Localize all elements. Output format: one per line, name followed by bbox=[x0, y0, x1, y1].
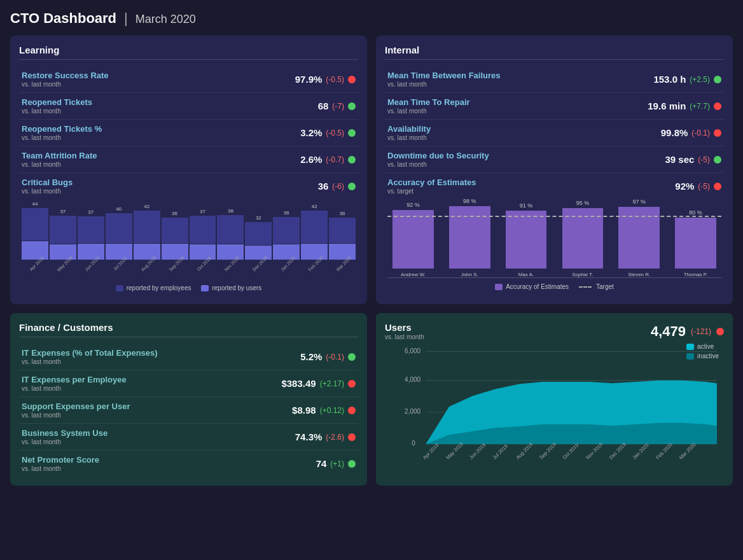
bar-usr bbox=[106, 244, 132, 260]
finance-title: Finance / Customers bbox=[19, 322, 358, 337]
bar-group: 36 Jan 2020 bbox=[273, 210, 300, 267]
internal-metric-row: Accuracy of Estimates vs. target 92% (-5… bbox=[385, 173, 724, 199]
legend-usr: reported by users bbox=[201, 284, 261, 291]
metric-dot bbox=[714, 102, 721, 110]
finance-metric-row: Business System Use vs. last month 74.3%… bbox=[19, 424, 358, 451]
metric-change: (-0.5) bbox=[326, 75, 344, 84]
metric-label: Support Expenses per User vs. last month bbox=[22, 402, 292, 419]
users-title-group: Users vs. last month bbox=[385, 322, 424, 340]
metric-dot bbox=[714, 156, 721, 164]
bar-group: 37 May 2019 bbox=[50, 209, 76, 267]
metric-value: 97.9% bbox=[295, 74, 323, 85]
legend-inactive: inactive bbox=[686, 353, 719, 360]
acc-bar-pct: 80 % bbox=[689, 209, 702, 216]
metric-name: Reopened Tickets % bbox=[22, 124, 300, 134]
bar-emp bbox=[78, 216, 104, 243]
bar-emp bbox=[217, 215, 244, 244]
legend-acc-estimates: Accuracy of Estimates bbox=[495, 283, 569, 290]
metric-change: (-5) bbox=[698, 182, 710, 191]
metric-change: (-0.1) bbox=[691, 129, 710, 137]
acc-bar-group: 95 % Sophie T. bbox=[557, 200, 608, 277]
metric-change: (-5) bbox=[698, 155, 710, 164]
metric-value-group: $8.98 (+0.12) bbox=[292, 405, 356, 416]
svg-text:2,000: 2,000 bbox=[405, 408, 420, 415]
bar-stack bbox=[22, 208, 48, 260]
metric-value-group: 99.8% (-0.1) bbox=[661, 127, 721, 138]
metric-value: $383.49 bbox=[281, 378, 316, 389]
bar-label-top: 36 bbox=[340, 211, 345, 216]
bar-stack bbox=[329, 218, 356, 260]
metric-value-group: 5.2% (-0.1) bbox=[300, 351, 356, 362]
metric-dot bbox=[348, 460, 356, 468]
bar-label-top: 37 bbox=[200, 209, 205, 214]
bar-label-top: 36 bbox=[284, 210, 289, 216]
users-panel: Users vs. last month 4,479 (-121) active… bbox=[376, 313, 733, 486]
bar-stack bbox=[190, 216, 216, 260]
metric-name: Reopened Tickets bbox=[22, 97, 318, 107]
metric-dot bbox=[348, 353, 356, 361]
legend-active: active bbox=[686, 343, 719, 350]
metric-name: Business System Use bbox=[22, 428, 295, 438]
acc-bar-pct: 98 % bbox=[463, 198, 476, 204]
bar-emp bbox=[273, 217, 300, 244]
metric-label: Net Promoter Score vs. last month bbox=[22, 455, 316, 472]
bar-group: 38 Nov 2019 bbox=[217, 208, 244, 267]
metric-change: (+1) bbox=[330, 459, 344, 468]
bar-usr bbox=[22, 241, 48, 260]
learning-title: Learning bbox=[19, 45, 358, 60]
finance-metric-row: IT Expenses per Employee vs. last month … bbox=[19, 370, 358, 397]
acc-legend: Accuracy of Estimates Target bbox=[387, 283, 721, 290]
legend-inactive-box bbox=[686, 353, 694, 360]
metric-label: Mean Time To Repair vs. last month bbox=[387, 97, 648, 115]
bar-emp bbox=[50, 216, 76, 244]
acc-bar-name: Sophie T. bbox=[572, 272, 593, 277]
svg-text:Jun 2019: Jun 2019 bbox=[468, 442, 487, 461]
metric-label: Availability vs. last month bbox=[387, 124, 661, 141]
metric-dot bbox=[348, 183, 356, 190]
acc-bar-group: 91 % Max A. bbox=[501, 202, 552, 277]
metric-change: (+2.17) bbox=[320, 379, 344, 388]
metric-label: Reopened Tickets % vs. last month bbox=[22, 124, 300, 141]
bar-label-top: 42 bbox=[312, 204, 317, 209]
header-date: March 2020 bbox=[135, 13, 196, 26]
bar-stack bbox=[301, 211, 328, 260]
acc-bars: 92 % Andrew W. 98 % John S. 91 % Max A. … bbox=[387, 208, 721, 278]
internal-metric-row: Mean Time Between Failures vs. last mont… bbox=[385, 66, 724, 93]
metric-change: (-2.6) bbox=[326, 433, 344, 442]
metric-value-group: 3.2% (-0.5) bbox=[300, 127, 356, 138]
metric-value: 3.2% bbox=[300, 127, 322, 138]
metric-sub: vs. last month bbox=[22, 438, 295, 445]
learning-panel: Learning Restore Success Rate vs. last m… bbox=[10, 36, 367, 304]
internal-panel: Internal Mean Time Between Failures vs. … bbox=[376, 36, 733, 304]
metric-label: Mean Time Between Failures vs. last mont… bbox=[387, 71, 653, 88]
bar-group: 42 Aug 2019 bbox=[134, 204, 160, 267]
svg-text:0: 0 bbox=[412, 440, 415, 447]
metric-label: Critical Bugs vs. last month bbox=[22, 178, 318, 195]
metric-sub: vs. last month bbox=[22, 188, 318, 195]
metric-label: Reopened Tickets vs. last month bbox=[22, 97, 318, 115]
metric-dot bbox=[348, 102, 356, 110]
metric-dot bbox=[348, 156, 356, 164]
users-value: 4,479 bbox=[651, 323, 686, 340]
bar-label-top: 44 bbox=[32, 201, 38, 207]
bar-emp bbox=[134, 211, 160, 243]
bar-usr bbox=[329, 244, 356, 260]
metric-value: 19.6 min bbox=[648, 101, 686, 111]
acc-bar-name: Thomas P. bbox=[684, 272, 708, 277]
metric-sub: vs. last month bbox=[22, 81, 295, 88]
accuracy-chart: 92 % Andrew W. 98 % John S. 91 % Max A. … bbox=[385, 206, 724, 293]
metric-label: Restore Success Rate vs. last month bbox=[22, 71, 295, 88]
acc-bar bbox=[675, 218, 716, 269]
metric-dot bbox=[348, 380, 356, 388]
acc-bar-group: 98 % John S. bbox=[444, 198, 496, 277]
metric-value-group: 39 sec (-5) bbox=[665, 154, 721, 165]
acc-bar-group: 80 % Thomas P. bbox=[670, 209, 721, 277]
metric-sub: vs. last month bbox=[22, 161, 300, 168]
bar-emp bbox=[162, 218, 188, 243]
metric-value-group: 19.6 min (+7.7) bbox=[648, 101, 721, 111]
metric-value-group: 97.9% (-0.5) bbox=[295, 74, 356, 85]
bar-usr bbox=[245, 246, 272, 260]
users-legend: active inactive bbox=[686, 343, 719, 360]
internal-title: Internal bbox=[385, 45, 724, 60]
metric-name: Support Expenses per User bbox=[22, 402, 292, 411]
